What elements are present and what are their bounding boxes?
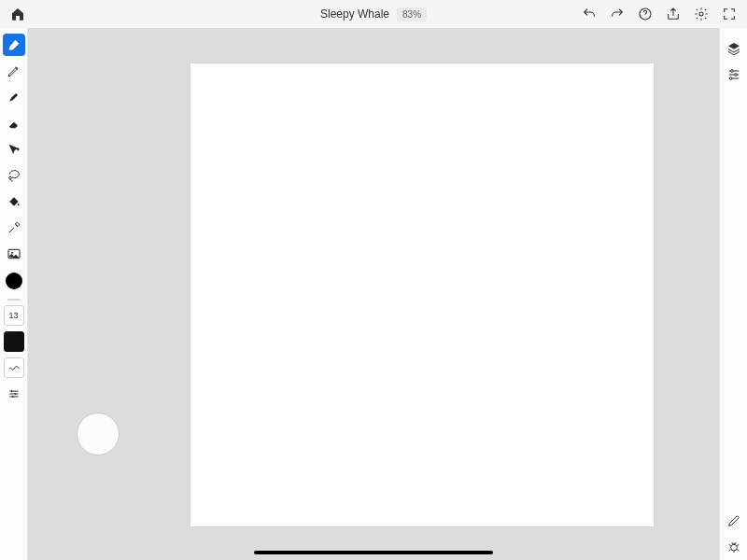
bug-icon xyxy=(726,539,741,554)
svg-point-4 xyxy=(8,176,11,179)
help-button[interactable] xyxy=(633,2,657,26)
gear-icon xyxy=(694,7,709,21)
eraser-tool[interactable] xyxy=(3,112,25,134)
undo-button[interactable] xyxy=(577,2,601,26)
svg-point-2 xyxy=(699,12,703,16)
move-icon xyxy=(7,142,21,157)
svg-point-3 xyxy=(8,49,10,50)
help-icon xyxy=(638,7,653,21)
right-toolbar xyxy=(719,28,747,560)
home-indicator xyxy=(254,551,493,554)
share-button[interactable] xyxy=(661,2,685,26)
svg-point-11 xyxy=(730,544,737,551)
canvas-area[interactable] xyxy=(28,28,719,560)
edit-button[interactable] xyxy=(723,510,745,532)
redo-button[interactable] xyxy=(605,2,629,26)
document-title: Sleepy Whale xyxy=(320,7,389,21)
fullscreen-button[interactable] xyxy=(717,2,741,26)
zoom-level-badge[interactable]: 83% xyxy=(397,7,427,21)
sliders-icon xyxy=(726,67,741,82)
eraser-icon xyxy=(7,116,21,131)
touch-puck[interactable] xyxy=(77,413,120,455)
wave-icon xyxy=(7,361,21,374)
svg-point-7 xyxy=(11,252,13,254)
eyedropper-icon xyxy=(7,220,21,235)
ink-brush-icon xyxy=(7,90,21,105)
ink-tool[interactable] xyxy=(3,86,25,108)
eyedropper-tool[interactable] xyxy=(3,217,25,239)
fill-tool[interactable] xyxy=(3,190,25,213)
svg-point-5 xyxy=(17,203,19,205)
sliders-stack-icon xyxy=(7,387,21,400)
debug-button[interactable] xyxy=(723,536,745,558)
smoothing-box[interactable] xyxy=(4,357,24,378)
home-button[interactable] xyxy=(6,2,30,26)
pencil-tool[interactable] xyxy=(3,60,25,82)
svg-point-9 xyxy=(734,74,737,77)
image-icon xyxy=(7,246,21,261)
bucket-icon xyxy=(7,194,21,209)
svg-point-8 xyxy=(730,70,733,73)
undo-icon xyxy=(582,7,597,21)
left-toolbar: 13 xyxy=(0,28,28,560)
adjustments-panel-button[interactable] xyxy=(723,63,745,86)
image-tool[interactable] xyxy=(3,243,25,265)
move-tool[interactable] xyxy=(3,138,25,161)
color-swatch[interactable] xyxy=(6,273,22,289)
pencil-icon xyxy=(7,63,21,78)
main-area: 13 xyxy=(0,28,747,560)
brush-size-box[interactable]: 13 xyxy=(4,305,24,326)
brush-stroke-color-box[interactable] xyxy=(4,331,24,352)
brush-icon xyxy=(7,37,21,52)
home-icon xyxy=(10,7,25,21)
canvas[interactable] xyxy=(190,63,654,526)
brush-settings-box[interactable] xyxy=(4,384,24,404)
lasso-tool[interactable] xyxy=(3,164,25,187)
brush-tool[interactable] xyxy=(3,34,25,56)
pencil-outline-icon xyxy=(726,513,741,528)
settings-button[interactable] xyxy=(689,2,713,26)
svg-point-1 xyxy=(645,17,646,18)
share-icon xyxy=(666,7,681,21)
lasso-icon xyxy=(7,168,21,183)
toolbar-divider xyxy=(7,299,21,301)
svg-point-10 xyxy=(729,77,732,80)
expand-icon xyxy=(722,7,737,21)
layers-panel-button[interactable] xyxy=(723,37,745,60)
layers-icon xyxy=(726,41,741,56)
redo-icon xyxy=(610,7,625,21)
top-bar: Sleepy Whale 83% xyxy=(0,0,747,28)
